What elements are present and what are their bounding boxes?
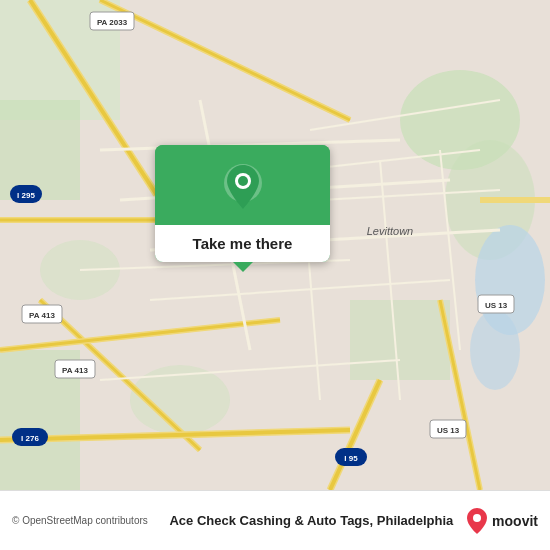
moovit-brand-text: moovit [492, 513, 538, 529]
popup-icon-area [155, 145, 330, 225]
map-area[interactable]: PA 2033 I 295 PA 413 PA 413 I 276 I 95 U… [0, 0, 550, 490]
svg-text:PA 413: PA 413 [62, 366, 88, 375]
take-me-there-label: Take me there [155, 225, 330, 262]
location-name: Ace Check Cashing & Auto Tags, Philadelp… [167, 513, 456, 528]
copyright-text: © OpenStreetMap contributors [12, 515, 157, 526]
svg-rect-2 [0, 100, 80, 200]
svg-text:Levittown: Levittown [367, 225, 413, 237]
svg-point-61 [473, 514, 481, 522]
moovit-logo: moovit [466, 507, 538, 535]
svg-text:US 13: US 13 [485, 301, 508, 310]
svg-text:PA 413: PA 413 [29, 311, 55, 320]
location-pin-icon [222, 163, 264, 213]
svg-text:PA 2033: PA 2033 [97, 18, 128, 27]
bottom-bar: © OpenStreetMap contributors Ace Check C… [0, 490, 550, 550]
moovit-pin-icon [466, 507, 488, 535]
svg-text:I 95: I 95 [344, 454, 358, 463]
svg-text:I 276: I 276 [21, 434, 39, 443]
svg-point-10 [470, 310, 520, 390]
svg-rect-5 [350, 300, 450, 380]
svg-text:US 13: US 13 [437, 426, 460, 435]
svg-point-60 [238, 176, 248, 186]
take-me-there-popup[interactable]: Take me there [155, 145, 330, 262]
svg-text:I 295: I 295 [17, 191, 35, 200]
